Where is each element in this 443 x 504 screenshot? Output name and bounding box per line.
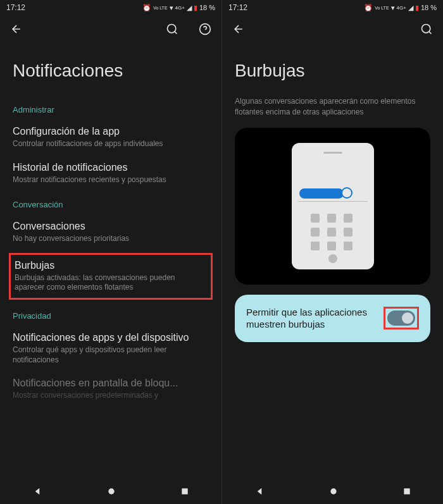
setting-conversations[interactable]: Conversaciones No hay conversaciones pri… (13, 214, 209, 250)
nav-home-icon[interactable] (106, 486, 116, 496)
svg-rect-6 (404, 488, 409, 494)
battery-icon: ▮ (415, 4, 419, 12)
nav-home-icon[interactable] (328, 486, 339, 496)
network-icon: 4G+ (175, 5, 185, 11)
nav-bar (222, 479, 443, 504)
section-header-conversation: Conversación (13, 191, 209, 214)
setting-app-config[interactable]: Configuración de la app Controlar notifi… (13, 120, 209, 156)
alarm-icon: ⏰ (364, 4, 373, 12)
back-button[interactable] (10, 23, 23, 35)
battery-pct: 18 % (421, 4, 437, 11)
status-bar: 17:12 ⏰ Vo LTE ▾ 4G+ ◢ ▮ 18 % (222, 0, 443, 15)
svg-point-5 (330, 488, 336, 494)
lte-icon: Vo LTE (153, 6, 167, 10)
signal-icon: ◢ (408, 4, 413, 12)
status-bar: 17:12 ⏰ Vo LTE ▾ 4G+ ◢ ▮ 18 % (0, 0, 222, 15)
alarm-icon: ⏰ (142, 4, 151, 12)
back-button[interactable] (232, 23, 245, 35)
svg-point-4 (422, 25, 430, 33)
page-title: Notificaciones (0, 43, 222, 96)
phone-illustration (292, 143, 374, 269)
status-time: 17:12 (6, 3, 25, 12)
battery-pct: 18 % (199, 4, 215, 11)
illustration-card (235, 128, 430, 285)
wifi-icon: ▾ (170, 4, 173, 12)
toggle-card: Permitir que las aplicaciones muestren b… (235, 295, 430, 342)
wifi-icon: ▾ (391, 4, 395, 12)
nav-recent-icon[interactable] (180, 487, 189, 496)
setting-lockscreen[interactable]: Notificaciones en pantalla de bloqu... M… (13, 371, 209, 407)
setting-history[interactable]: Historial de notificaciones Mostrar noti… (13, 156, 209, 192)
highlight-toggle (384, 307, 419, 329)
help-icon[interactable] (199, 23, 211, 35)
setting-device-notifs[interactable]: Notificaciones de apps y del dispositivo… (13, 326, 209, 371)
search-icon[interactable] (166, 23, 178, 35)
highlight-bubbles: Burbujas Burbujas activadas: las convers… (9, 253, 213, 300)
bubbles-toggle[interactable] (387, 310, 415, 326)
notifications-screen: 17:12 ⏰ Vo LTE ▾ 4G+ ◢ ▮ 18 % Notificaci… (0, 0, 222, 504)
svg-point-0 (168, 25, 176, 33)
search-icon[interactable] (420, 23, 433, 35)
svg-point-2 (108, 488, 114, 494)
section-header-privacy: Privacidad (13, 302, 209, 326)
svg-rect-3 (182, 488, 188, 494)
nav-bar (0, 479, 222, 504)
toggle-label: Permitir que las aplicaciones muestren b… (246, 306, 376, 331)
nav-back-icon[interactable] (254, 486, 265, 496)
bubbles-screen: 17:12 ⏰ Vo LTE ▾ 4G+ ◢ ▮ 18 % Burbujas A… (222, 0, 443, 504)
signal-icon: ◢ (187, 4, 192, 12)
nav-recent-icon[interactable] (402, 487, 411, 496)
lte-icon: Vo LTE (375, 6, 389, 10)
setting-bubbles[interactable]: Burbujas Burbujas activadas: las convers… (15, 260, 207, 293)
nav-back-icon[interactable] (32, 486, 42, 496)
battery-icon: ▮ (194, 4, 197, 12)
page-title: Burbujas (222, 43, 443, 96)
section-header-admin: Administrar (13, 96, 209, 120)
page-description: Algunas conversaciones aparecerán como e… (235, 96, 430, 128)
network-icon: 4G+ (397, 5, 406, 11)
status-time: 17:12 (228, 3, 247, 12)
